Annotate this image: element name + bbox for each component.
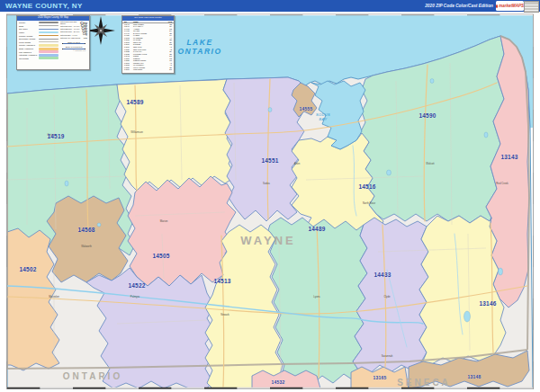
brand-name: marketMAPS (499, 4, 524, 8)
town-label: North Rose (363, 201, 375, 205)
town-label: Newark (220, 313, 229, 316)
zip-label-13148: 13148 (468, 374, 482, 379)
legend-city-item: Cities 2,499 and belowCity (60, 36, 87, 39)
zip-label-14522: 14522 (128, 282, 145, 289)
legend-scale-bars: Scale in MilesScale in Kilometers (60, 41, 87, 49)
zip-label-14568: 14568 (77, 227, 94, 233)
wayne-county-zip-map-page: { "header": { "title": "WAYNE COUNTY, NY… (0, 0, 540, 392)
zip-label-14555: 14555 (300, 106, 313, 111)
town-label: Palmyra (130, 295, 140, 298)
legend-city-items: Cities 100,000 and aboveCityCities 50,00… (60, 22, 87, 40)
legend-copyright: © MarketMAPS (60, 49, 87, 51)
page-title: WAYNE COUNTY, NY (5, 2, 83, 10)
zip-label-14519: 14519 (47, 133, 64, 139)
zip-label-13165: 13165 (374, 375, 387, 380)
zip-label-14551: 14551 (261, 157, 278, 164)
zip-index-col-grid: Grid (166, 21, 172, 22)
town-label: Wolcott (426, 162, 434, 165)
zip-region-14532 (252, 370, 320, 388)
town-label: Alton (294, 162, 300, 165)
town-label: Macedon (49, 295, 59, 298)
zip-region-14505 (128, 176, 236, 286)
header-bar: WAYNE COUNTY, NY 2020 ZIP Code Color/Cas… (0, 0, 540, 12)
zip-region-14433 (353, 218, 428, 374)
legend-city-item: Cities 2,500 - 9,999City (60, 33, 87, 36)
legend-scale-bar: Scale in Miles (60, 41, 87, 45)
zip-label-14505: 14505 (152, 253, 169, 259)
town-label: Walworth (81, 245, 92, 248)
brand-logo: marketMAPS (496, 1, 524, 11)
brand-contact-box (524, 1, 539, 13)
brand-logo-icon (496, 4, 498, 8)
town-label: Clyde (383, 295, 390, 298)
sodus-bay-label: SODUS BAY (316, 113, 330, 122)
zip-label-13143: 13143 (500, 154, 518, 160)
zip-label-14589: 14589 (126, 99, 143, 105)
zip-index-col-name: Name (133, 21, 166, 22)
county-label-ontario: ONTARIO (63, 371, 122, 381)
legend-box: 2020 Wayne County, NY Map CountyStateZIP… (16, 15, 90, 70)
zip-label-14532: 14532 (272, 379, 285, 385)
town-label: Savannah (382, 354, 393, 358)
town-label: Red Creek (496, 182, 508, 185)
town-label: Sodus (263, 182, 270, 185)
county-label-wayne: WAYNE (240, 234, 295, 247)
zip-label-14516: 14516 (358, 183, 375, 190)
zip-label-14433: 14433 (374, 272, 391, 278)
legend-line-items: CountyStateZIP CodeWaterPrimary RoadsSec… (19, 22, 58, 60)
zip-label-14502: 14502 (19, 266, 36, 272)
edition-label: 2020 ZIP Code Color/Cast Edition (425, 4, 493, 8)
town-label: Marion (160, 219, 168, 223)
town-label: Williamson (130, 130, 143, 134)
zip-index-box: ZIP Code Index/Grid Locator ZIP Name Gri… (122, 15, 175, 74)
zip-index-col-zip: ZIP (124, 21, 133, 22)
county-label-seneca: SENECA (397, 378, 451, 388)
zip-label-14489: 14489 (308, 226, 325, 232)
zip-label-14590: 14590 (418, 112, 436, 119)
zip-label-14513: 14513 (213, 278, 230, 284)
zip-label-13146: 13146 (479, 300, 496, 307)
town-label: Lyons (313, 295, 320, 298)
legend-line-item: Toll Roads (19, 57, 58, 60)
zip-index-row: 14590WOLCOTTD1 (122, 68, 174, 71)
lake-ontario-label: LAKE ONTARIO (177, 38, 221, 56)
zip-index-rows: 13143RED CREEKE213146SAVANNAHE414413ALTO… (122, 23, 174, 71)
